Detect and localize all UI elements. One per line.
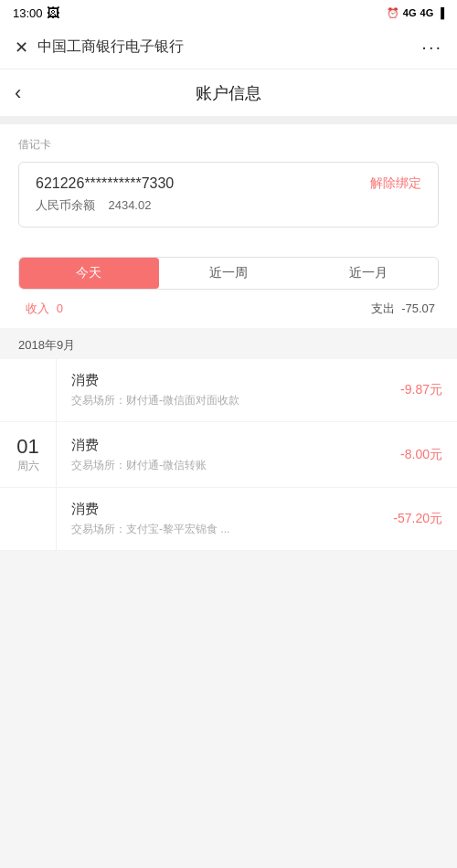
tx-date-day: 01	[16, 435, 38, 459]
summary-row: 收入 0 支出 -75.07	[18, 301, 439, 328]
tx-name: 消费	[71, 372, 369, 389]
page-title: 账户信息	[196, 82, 261, 104]
card-type-label: 借记卡	[18, 137, 439, 153]
status-time: 13:00 🖼	[13, 5, 59, 20]
status-bar: 13:00 🖼 ⏰ 4G 4G ▐	[0, 0, 457, 26]
tx-content: 消费 交易场所：财付通-微信转账	[57, 422, 384, 487]
app-title: 中国工商银行电子银行	[37, 37, 421, 57]
card-box: 621226**********7330 人民币余额 2434.02 解除绑定	[18, 162, 439, 228]
table-row: 消费 交易场所：财付通-微信面对面收款 -9.87元	[0, 359, 457, 422]
page-header: ‹ 账户信息	[0, 69, 457, 117]
camera-icon: 🖼	[47, 5, 59, 20]
tx-date-col-empty	[0, 359, 57, 421]
filter-tabs: 今天 近一周 近一月	[18, 257, 439, 290]
tx-date-weekday: 周六	[17, 459, 39, 474]
tx-date-col-empty	[0, 488, 57, 550]
card-section: 借记卡 621226**********7330 人民币余额 2434.02 解…	[0, 124, 457, 244]
table-row: 01 周六 消费 交易场所：财付通-微信转账 -8.00元	[0, 422, 457, 488]
summary-expense: 支出 -75.07	[367, 301, 436, 317]
tx-amount: -9.87元	[384, 359, 457, 421]
month-label: 2018年9月	[0, 328, 457, 359]
app-close-button[interactable]: ✕	[15, 37, 28, 58]
summary-income: 收入 0	[22, 301, 63, 317]
tx-name: 消费	[71, 501, 369, 518]
tx-desc: 交易场所：财付通-微信转账	[71, 458, 369, 473]
app-bar: ✕ 中国工商银行电子银行 ···	[0, 26, 457, 69]
tab-today[interactable]: 今天	[19, 258, 159, 289]
card-number: 621226**********7330	[36, 175, 174, 192]
tab-week[interactable]: 近一周	[159, 258, 299, 289]
time-label: 13:00	[13, 6, 43, 20]
signal-4g-icon: 4G	[403, 7, 417, 18]
tx-amount: -8.00元	[384, 422, 457, 487]
month-group: 2018年9月 消费 交易场所：财付通-微信面对面收款 -9.87元 01 周六…	[0, 328, 457, 551]
status-icons: ⏰ 4G 4G ▐	[387, 7, 444, 19]
table-row: 消费 交易场所：支付宝-黎平宏锦食 ... -57.20元	[0, 488, 457, 551]
tx-date-col: 01 周六	[0, 422, 57, 487]
tx-content: 消费 交易场所：支付宝-黎平宏锦食 ...	[57, 488, 384, 550]
tx-amount: -57.20元	[384, 488, 457, 550]
card-balance: 人民币余额 2434.02	[36, 197, 174, 214]
card-info: 621226**********7330 人民币余额 2434.02	[36, 175, 174, 214]
app-more-button[interactable]: ···	[421, 37, 442, 58]
unbind-button[interactable]: 解除绑定	[370, 175, 421, 192]
tx-desc: 交易场所：财付通-微信面对面收款	[71, 393, 369, 408]
alarm-icon: ⏰	[387, 7, 399, 19]
tx-name: 消费	[71, 437, 369, 454]
tx-desc: 交易场所：支付宝-黎平宏锦食 ...	[71, 522, 369, 537]
tab-month[interactable]: 近一月	[298, 258, 438, 289]
tx-content: 消费 交易场所：财付通-微信面对面收款	[57, 359, 384, 421]
back-button[interactable]: ‹	[15, 81, 21, 105]
filter-section: 今天 近一周 近一月 收入 0 支出 -75.07	[0, 244, 457, 328]
signal-4g-icon2: 4G	[420, 7, 434, 18]
divider-1	[0, 117, 457, 124]
battery-icon: ▐	[437, 7, 444, 18]
